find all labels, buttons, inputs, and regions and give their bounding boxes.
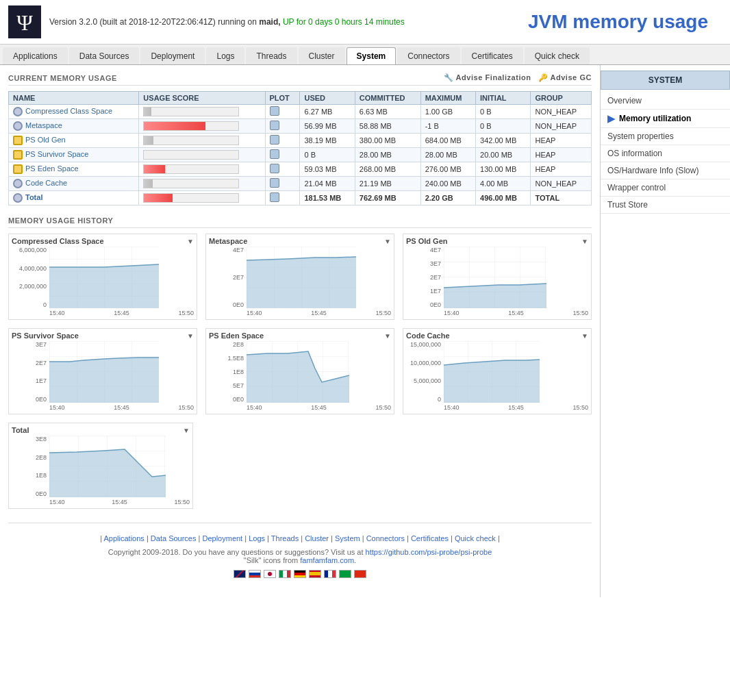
cell-name: Code Cache	[9, 177, 139, 191]
main-layout: CURRENT MEMORY USAGE 🔧 Advise Finalizati…	[0, 65, 730, 597]
cell-committed: 762.69 MB	[355, 191, 420, 205]
cell-initial: 342.00 MB	[476, 134, 531, 148]
sidebar-item-memory-utilization[interactable]: ▶ Memory utilization	[601, 110, 730, 128]
cell-name: PS Survivor Space	[9, 148, 139, 162]
footer-flags	[19, 570, 581, 578]
footer-link-applications[interactable]: Applications	[104, 534, 144, 542]
chart-dropdown-metaspace[interactable]: ▼	[384, 238, 391, 245]
flag-de[interactable]	[294, 570, 306, 578]
sidebar-item-os-hardware-info[interactable]: OS/Hardware Info (Slow)	[601, 162, 730, 179]
flag-cn[interactable]	[354, 570, 366, 578]
footer-link-cluster[interactable]: Cluster	[305, 534, 329, 542]
cell-committed: 21.19 MB	[355, 177, 420, 191]
memory-row-link[interactable]: PS Survivor Space	[25, 150, 88, 158]
y-axis-compressed: 6,000,0004,000,0002,000,0000	[12, 247, 49, 308]
footer-link-quickcheck[interactable]: Quick check	[455, 534, 496, 542]
footer-github-link[interactable]: https://github.com/psi-probe/psi-probe	[366, 548, 492, 556]
chart-title-compressed: Compressed Class Space	[12, 237, 104, 245]
col-initial: INITIAL	[476, 92, 531, 105]
sidebar-item-trust-store[interactable]: Trust Store	[601, 197, 730, 214]
memory-row-link[interactable]: PS Eden Space	[25, 164, 79, 173]
sidebar-item-system-properties[interactable]: System properties	[601, 128, 730, 145]
tab-certificates[interactable]: Certificates	[462, 47, 523, 64]
cell-used: 38.19 MB	[300, 134, 355, 148]
cell-name: PS Eden Space	[9, 162, 139, 177]
memory-row-link[interactable]: Total	[25, 193, 42, 201]
cell-maximum: 28.00 MB	[420, 148, 475, 162]
cell-usage-bar	[139, 177, 265, 191]
footer-silk: "Silk" icons from famfamfam.com.	[19, 556, 581, 564]
sidebar-item-overview[interactable]: Overview	[601, 92, 730, 110]
tab-deployment[interactable]: Deployment	[140, 47, 205, 64]
flag-fr[interactable]	[324, 570, 336, 578]
chart-dropdown-pssurvivor[interactable]: ▼	[187, 332, 194, 340]
cell-initial: 130.00 MB	[476, 162, 531, 177]
os-hardware-info-label: OS/Hardware Info (Slow)	[607, 166, 698, 175]
memory-history-header: MEMORY USAGE HISTORY	[8, 216, 592, 228]
sidebar-item-wrapper-control[interactable]: Wrapper control	[601, 179, 730, 197]
footer-link-datasources[interactable]: Data Sources	[151, 534, 197, 542]
chart-dropdown-compressed[interactable]: ▼	[187, 238, 194, 245]
memory-row-link[interactable]: Compressed Class Space	[25, 107, 112, 115]
chart-dropdown-total[interactable]: ▼	[183, 427, 190, 434]
y-axis-total: 3E82E81E80E0	[12, 436, 49, 497]
chart-dropdown-psoldgen[interactable]: ▼	[581, 238, 588, 245]
flag-br[interactable]	[339, 570, 351, 578]
y-axis-psoldgen: 4E73E72E71E70E0	[406, 247, 444, 308]
footer-link-threads[interactable]: Threads	[271, 534, 299, 542]
col-name: NAME	[9, 92, 139, 105]
wrapper-control-label: Wrapper control	[607, 183, 666, 192]
y-axis-pssurvivor: 3E72E71E70E0	[12, 341, 49, 403]
footer-link-system[interactable]: System	[335, 534, 360, 542]
charts-grid: Compressed Class Space ▼ 6,000,0004,000,…	[8, 234, 592, 414]
svg-text:Ψ: Ψ	[16, 10, 33, 35]
tab-applications[interactable]: Applications	[3, 47, 68, 64]
footer-copyright: Copyright 2009-2018. Do you have any que…	[19, 548, 581, 556]
tab-quick-check[interactable]: Quick check	[525, 47, 590, 64]
cell-committed: 6.63 MB	[355, 105, 420, 119]
cell-usage-bar	[139, 134, 265, 148]
advise-gc-text: Advise GC	[550, 73, 592, 82]
server-name: maid,	[259, 17, 280, 27]
tab-logs[interactable]: Logs	[206, 47, 244, 64]
chart-svg-pseden	[247, 341, 349, 403]
y-axis-pseden: 2E81.5E81E85E70E0	[209, 341, 247, 403]
footer-link-connectors[interactable]: Connectors	[366, 534, 405, 542]
footer: | Applications | Data Sources | Deployme…	[8, 523, 592, 589]
version-text: Version 3.2.0 (built at 2018-12-20T22:06…	[49, 17, 257, 27]
chart-dropdown-codecache[interactable]: ▼	[581, 332, 588, 340]
cell-plot	[265, 134, 300, 148]
tab-connectors[interactable]: Connectors	[397, 47, 460, 64]
cell-plot	[265, 191, 300, 205]
footer-famfam-link[interactable]: famfamfam.com	[300, 556, 354, 564]
tab-system[interactable]: System	[347, 47, 397, 64]
memory-row-link[interactable]: Metaspace	[25, 121, 62, 129]
footer-link-certificates[interactable]: Certificates	[411, 534, 449, 542]
main-content: CURRENT MEMORY USAGE 🔧 Advise Finalizati…	[0, 65, 600, 597]
chart-title-pseden: PS Eden Space	[209, 332, 264, 340]
system-properties-label: System properties	[607, 132, 674, 141]
cell-usage-bar	[139, 105, 265, 119]
uptime-text: UP for 0 days 0 hours 14 minutes	[283, 17, 405, 27]
flag-es[interactable]	[309, 570, 321, 578]
footer-link-deployment[interactable]: Deployment	[202, 534, 242, 542]
advise-gc-link[interactable]: 🔑 Advise GC	[538, 73, 592, 82]
chart-dropdown-pseden[interactable]: ▼	[384, 332, 391, 340]
tab-threads[interactable]: Threads	[246, 47, 297, 64]
svg-marker-3	[49, 264, 159, 308]
nav-tabs: Applications Data Sources Deployment Log…	[0, 45, 730, 65]
flag-ru[interactable]	[249, 570, 261, 578]
memory-history-label: MEMORY USAGE HISTORY	[8, 216, 113, 225]
tab-cluster[interactable]: Cluster	[299, 47, 345, 64]
footer-link-logs[interactable]: Logs	[249, 534, 265, 542]
tab-data-sources[interactable]: Data Sources	[69, 47, 140, 64]
cell-maximum: 2.20 GB	[420, 191, 475, 205]
advise-finalization-link[interactable]: 🔧 Advise Finalization	[444, 73, 531, 82]
sidebar-item-os-information[interactable]: OS information	[601, 145, 730, 162]
cell-group: HEAP	[531, 134, 592, 148]
memory-row-link[interactable]: PS Old Gen	[25, 136, 66, 144]
flag-uk[interactable]	[234, 570, 246, 578]
flag-it[interactable]	[279, 570, 291, 578]
memory-row-link[interactable]: Code Cache	[25, 179, 67, 187]
flag-jp[interactable]	[264, 570, 276, 578]
